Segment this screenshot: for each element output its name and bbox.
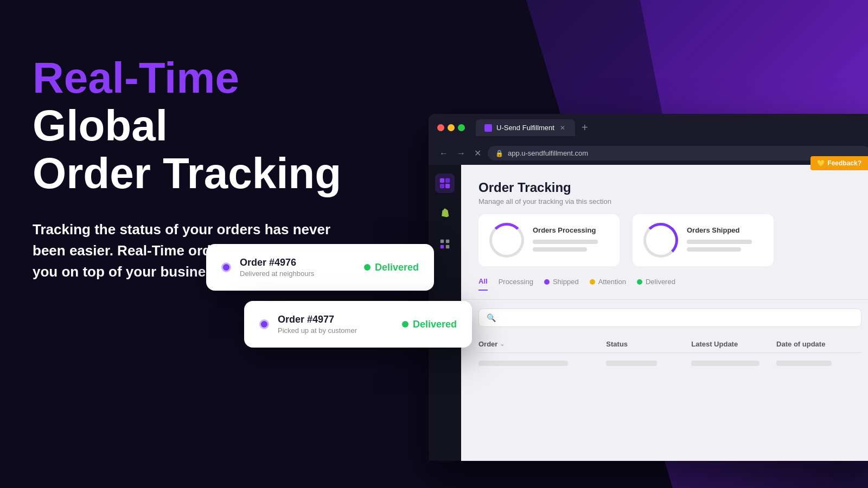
attention-dot-icon: [590, 279, 595, 285]
search-box[interactable]: 🔍: [478, 309, 861, 327]
order-info-1: Order #4976 Delivered at neighbours: [240, 257, 314, 278]
new-tab-button[interactable]: +: [577, 119, 592, 136]
headline-accent: Real-Time: [33, 54, 239, 102]
browser-window: U-Send Fulfillment ✕ + ← → ✕ 🔒 app.u-sen…: [429, 114, 868, 461]
svg-rect-4: [441, 240, 444, 243]
tab-title: U-Send Fulfillment: [496, 124, 554, 132]
nav-close-button[interactable]: ✕: [472, 146, 483, 160]
traffic-light-yellow[interactable]: [448, 124, 455, 131]
filter-tab-delivered[interactable]: Delivered: [637, 278, 675, 290]
nav-back-button[interactable]: ←: [437, 146, 450, 160]
order-card-1-left: Order #4976 Delivered at neighbours: [221, 257, 314, 278]
th-date: Date of update: [776, 340, 861, 348]
stat-bar-2a: [687, 240, 752, 244]
logo-icon: [439, 177, 451, 189]
order-card-2: Order #4977 Picked up at by customer Del…: [244, 301, 472, 348]
search-icon: 🔍: [487, 313, 496, 322]
filter-tab-shipped[interactable]: Shipped: [544, 278, 579, 290]
traffic-light-green[interactable]: [458, 124, 465, 131]
order-dot-1: [221, 262, 231, 272]
content-header: Order Tracking Manage all of your tracki…: [461, 165, 868, 214]
td-update-placeholder: [691, 361, 776, 366]
tab-bar: U-Send Fulfillment ✕ +: [476, 119, 592, 136]
address-bar-row: ← → ✕ 🔒 app.u-sendfulfillment.com: [429, 142, 868, 165]
stat-bar-2b: [687, 247, 741, 252]
order-info-2: Order #4977 Picked up at by customer: [278, 314, 357, 335]
filter-tabs: All Processing Shipped Attention Deliver…: [461, 277, 868, 300]
table-row: [478, 353, 861, 374]
tab-close-button[interactable]: ✕: [559, 124, 566, 132]
feedback-label: Feedback?: [827, 159, 861, 167]
order-card-2-left: Order #4977 Picked up at by customer: [259, 314, 357, 335]
svg-rect-6: [441, 245, 444, 248]
nav-forward-button[interactable]: →: [455, 146, 468, 160]
stat-label-processing: Orders Processing: [533, 226, 609, 234]
page-title: Order Tracking: [478, 180, 861, 195]
browser-tab-active[interactable]: U-Send Fulfillment ✕: [476, 119, 575, 136]
svg-rect-1: [445, 178, 450, 183]
th-latest-update: Latest Update: [691, 340, 776, 348]
stat-card-shipped: Orders Shipped: [633, 214, 774, 266]
browser-top-bar: U-Send Fulfillment ✕ +: [429, 114, 868, 142]
svg-rect-7: [446, 245, 449, 248]
feedback-heart-icon: 💛: [817, 159, 825, 167]
stat-bar-1a: [533, 240, 598, 244]
svg-rect-5: [446, 240, 449, 243]
stat-info-shipped: Orders Shipped: [687, 226, 763, 255]
headline: Real-Time GlobalOrder Tracking: [33, 54, 369, 197]
order-card-1: Order #4976 Delivered at neighbours Deli…: [206, 244, 434, 291]
th-order: Order ⌄: [478, 340, 606, 348]
delivered-dot-icon: [637, 279, 642, 285]
stat-card-processing: Orders Processing: [478, 214, 620, 266]
td-status-placeholder: [606, 361, 691, 366]
secure-icon: 🔒: [495, 150, 503, 157]
filter-tab-all[interactable]: All: [478, 277, 488, 291]
tab-favicon-icon: [484, 124, 492, 132]
stat-circle-shipped: [643, 223, 678, 258]
sidebar-icon-logo[interactable]: [435, 174, 455, 193]
feedback-button[interactable]: 💛 Feedback?: [810, 156, 868, 170]
filter-tab-processing[interactable]: Processing: [499, 278, 533, 290]
sidebar-icon-shopify[interactable]: [435, 204, 455, 223]
status-placeholder: [606, 361, 657, 366]
sort-icon-order[interactable]: ⌄: [500, 341, 505, 348]
stat-info-processing: Orders Processing: [533, 226, 609, 255]
sidebar-icon-grid[interactable]: [435, 234, 455, 254]
td-order-placeholder: [478, 361, 606, 366]
order-placeholder: [478, 361, 568, 366]
shipped-dot-icon: [544, 279, 550, 285]
grid-icon: [439, 238, 451, 250]
order-desc-2: Picked up at by customer: [278, 326, 357, 335]
headline-white: GlobalOrder Tracking: [33, 101, 341, 197]
stat-label-shipped: Orders Shipped: [687, 226, 763, 234]
stat-circle-processing: [489, 223, 524, 258]
status-dot-green-2: [402, 321, 409, 328]
app-layout: Order Tracking Manage all of your tracki…: [429, 165, 868, 461]
svg-rect-3: [445, 184, 450, 188]
traffic-lights: [437, 124, 465, 131]
order-title-1: Order #4976: [240, 257, 314, 268]
stats-row: Orders Processing Orders Shipped: [461, 214, 868, 277]
order-title-2: Order #4977: [278, 314, 357, 325]
date-placeholder: [776, 361, 832, 366]
search-row: 🔍: [461, 300, 868, 336]
url-text: app.u-sendfulfillment.com: [508, 149, 588, 157]
traffic-light-red[interactable]: [437, 124, 444, 131]
td-date-placeholder: [776, 361, 861, 366]
svg-rect-2: [440, 184, 444, 188]
order-status-1: Delivered: [364, 262, 419, 273]
th-status: Status: [606, 340, 691, 348]
status-dot-green-1: [364, 264, 371, 271]
page-subtitle: Manage all of your tracking via this sec…: [478, 197, 861, 206]
svg-rect-0: [440, 178, 444, 183]
table-section: Order ⌄ Status Latest Update Date of upd…: [461, 336, 868, 374]
order-desc-1: Delivered at neighbours: [240, 269, 314, 278]
order-dot-2: [259, 319, 269, 329]
browser-chrome: U-Send Fulfillment ✕ + ← → ✕ 🔒 app.u-sen…: [429, 114, 868, 165]
stat-bar-1b: [533, 247, 587, 252]
shopify-icon: [439, 208, 451, 220]
filter-tab-attention[interactable]: Attention: [590, 278, 626, 290]
order-status-2: Delivered: [402, 319, 457, 330]
table-header: Order ⌄ Status Latest Update Date of upd…: [478, 336, 861, 353]
main-content: Order Tracking Manage all of your tracki…: [461, 165, 868, 461]
